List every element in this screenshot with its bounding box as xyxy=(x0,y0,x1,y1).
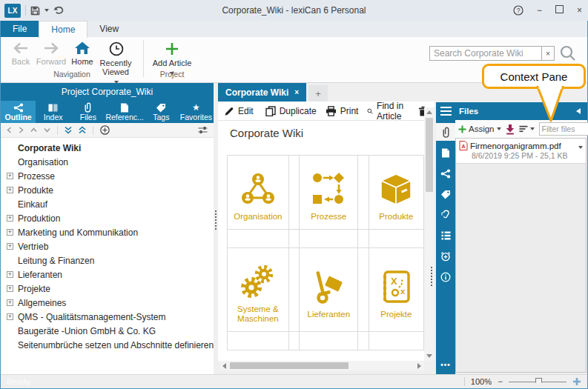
tree-item[interactable]: Produkte xyxy=(1,183,214,197)
tab-tags[interactable]: Tags xyxy=(144,101,179,123)
tile-produkte[interactable]: Produkte xyxy=(369,156,423,230)
search-icon[interactable] xyxy=(559,44,577,62)
sort-dropdown-icon[interactable] xyxy=(530,127,535,130)
tree-item[interactable]: Produktion xyxy=(1,211,214,225)
tab-files[interactable]: Files xyxy=(70,101,105,123)
sidebar-item-links[interactable] xyxy=(436,164,455,182)
sort-button[interactable] xyxy=(519,125,535,133)
sidebar-item-tags[interactable] xyxy=(436,185,455,203)
edit-button[interactable]: Edit xyxy=(224,106,254,116)
tile-systeme-maschinen[interactable]: Systeme & Maschinen xyxy=(228,248,289,332)
home-button[interactable]: Home xyxy=(69,41,96,66)
filter-settings-icon[interactable] xyxy=(198,126,208,134)
tree-item[interactable]: Marketing und Kommunikation xyxy=(1,225,214,239)
article-tab[interactable]: Corporate Wiki × xyxy=(218,83,306,102)
assign-dropdown-icon[interactable] xyxy=(497,127,501,130)
expander-icon[interactable] xyxy=(7,187,13,193)
scrollbar-thumb[interactable] xyxy=(230,362,348,369)
expander-icon[interactable] xyxy=(7,229,13,236)
tab-index[interactable]: Index xyxy=(36,101,70,123)
clear-search-icon[interactable]: × xyxy=(541,46,555,61)
close-button[interactable]: × xyxy=(577,0,582,21)
sidebar-more-icon[interactable]: ••• xyxy=(436,361,455,369)
tree-item[interactable]: Organisation xyxy=(1,155,214,169)
forward-button[interactable]: Forward xyxy=(35,41,67,66)
sidebar-item-files[interactable] xyxy=(436,123,455,141)
tab-file[interactable]: File xyxy=(1,21,39,37)
expander-icon[interactable] xyxy=(7,243,13,250)
expander-icon[interactable] xyxy=(7,173,13,179)
save-dropdown-icon[interactable] xyxy=(44,9,49,12)
tile-prozesse[interactable]: Prozesse xyxy=(300,156,358,230)
maximize-button[interactable] xyxy=(555,0,564,21)
undo-icon[interactable] xyxy=(53,6,65,15)
tab-favorites[interactable]: ★ Favorites xyxy=(179,101,214,123)
tree-item[interactable]: Projekte xyxy=(1,282,214,296)
assign-button[interactable]: Assign xyxy=(458,124,501,133)
sidebar-item-list[interactable] xyxy=(436,227,455,245)
expander-icon[interactable] xyxy=(7,313,13,320)
expand-all-icon[interactable] xyxy=(65,126,72,134)
duplicate-button[interactable]: Duplicate xyxy=(265,106,317,116)
tab-references[interactable]: Referenc... xyxy=(105,101,143,123)
tree-item[interactable]: Allgemeines xyxy=(1,296,214,310)
tree-item[interactable]: Leitung & Finanzen xyxy=(1,253,214,267)
tree-item[interactable]: Corporate Wiki xyxy=(1,141,214,155)
sidebar-item-watch[interactable] xyxy=(436,206,455,224)
tree-item[interactable]: Einkauf xyxy=(1,197,214,211)
tree-item[interactable]: QMS - Qualitätsmanagement-System xyxy=(1,310,214,324)
close-tab-icon[interactable]: × xyxy=(294,88,299,96)
sidebar-item-reminder[interactable] xyxy=(436,247,455,265)
tree-item[interactable]: Prozesse xyxy=(1,169,214,183)
tile-lieferanten[interactable]: Lieferanten xyxy=(300,248,358,332)
zoom-slider[interactable] xyxy=(509,382,566,382)
expander-icon[interactable] xyxy=(7,285,13,292)
scroll-down-icon[interactable] xyxy=(424,351,435,361)
save-icon[interactable] xyxy=(30,6,40,16)
find-in-article-button[interactable]: Find in Article xyxy=(367,101,406,122)
tab-outline[interactable]: Outline xyxy=(1,101,36,123)
scroll-right-icon[interactable] xyxy=(414,362,423,369)
move-up-icon[interactable] xyxy=(30,127,37,133)
print-button[interactable]: Print xyxy=(326,106,359,116)
prev-icon[interactable] xyxy=(7,127,12,133)
tab-view[interactable]: View xyxy=(87,21,131,37)
expander-icon[interactable] xyxy=(7,299,13,306)
splitter-handle-icon[interactable] xyxy=(431,267,432,286)
sidebar-item-info[interactable] xyxy=(436,268,455,286)
splitter-handle-icon[interactable] xyxy=(215,210,217,231)
tab-home[interactable]: Home xyxy=(39,21,87,38)
add-circle-icon[interactable] xyxy=(100,125,110,135)
collapse-all-icon[interactable] xyxy=(79,126,86,134)
scroll-left-icon[interactable] xyxy=(219,362,228,369)
scroll-up-icon[interactable] xyxy=(424,107,435,117)
tile-projekte[interactable]: X x Projekte xyxy=(369,248,423,332)
tile-organisation[interactable]: Organisation xyxy=(228,156,289,230)
tree-item[interactable]: Vertrieb xyxy=(1,239,214,253)
tree-item[interactable]: Lieferanten xyxy=(1,267,214,282)
tree-item[interactable]: Seitenumbrüche setzen und Abschnitte def… xyxy=(1,338,214,352)
horizontal-scrollbar[interactable] xyxy=(219,361,424,370)
file-item[interactable]: A Firmenorganigramm.pdf 8/6/2019 9:25 PM… xyxy=(456,139,586,164)
zoom-out-icon[interactable]: − xyxy=(498,378,503,385)
sidebar-item-references[interactable] xyxy=(436,144,455,162)
zoom-fit-icon[interactable] xyxy=(572,377,581,386)
next-icon[interactable] xyxy=(19,127,24,133)
search-input[interactable] xyxy=(429,46,541,61)
vertical-scrollbar[interactable] xyxy=(424,107,435,361)
expander-icon[interactable] xyxy=(7,271,13,278)
zoom-slider-thumb[interactable] xyxy=(535,378,542,386)
recently-viewed-button[interactable]: Recently Viewed xyxy=(96,41,137,85)
help-button[interactable]: ? xyxy=(513,5,523,16)
file-dropdown-icon[interactable] xyxy=(578,146,583,149)
tree-item[interactable]: Baugeräte -Union GmbH & Co. KG xyxy=(1,324,214,338)
new-tab-button[interactable]: + xyxy=(308,85,328,102)
back-button[interactable]: Back xyxy=(7,41,35,66)
menu-icon[interactable] xyxy=(436,107,455,116)
minimize-button[interactable]: − xyxy=(537,0,542,21)
expander-icon[interactable] xyxy=(7,215,13,222)
collapse-pane-icon[interactable] xyxy=(576,108,581,114)
move-down-icon[interactable] xyxy=(44,127,50,133)
scrollbar-thumb[interactable] xyxy=(426,118,433,192)
import-file-icon[interactable] xyxy=(505,124,515,135)
